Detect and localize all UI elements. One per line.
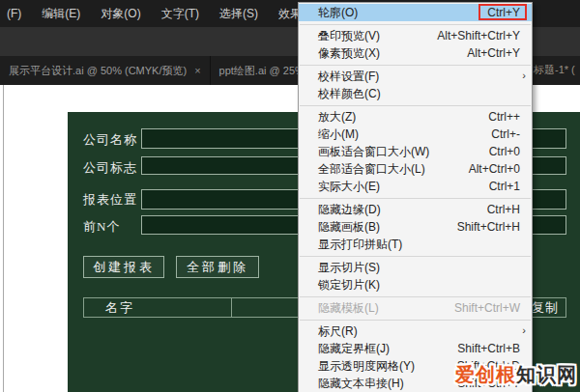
menu-item[interactable]: 隐藏模板(L)Shift+Ctrl+W bbox=[299, 299, 532, 317]
menu-item-shortcut: Ctrl++ bbox=[488, 110, 520, 124]
menu-item-shortcut: Alt+Ctrl+0 bbox=[469, 162, 520, 176]
menu-item-label: 标尺(R) bbox=[318, 323, 358, 340]
menu-item[interactable]: 隐藏边缘(D)Ctrl+H bbox=[299, 201, 532, 218]
field-label: 公司名称 bbox=[83, 131, 137, 149]
menu-item[interactable]: 全部适合窗口大小(L)Alt+Ctrl+0 bbox=[299, 160, 532, 178]
menu-item-label: 显示透明度网格(Y) bbox=[318, 358, 415, 375]
table-col-name: 名字 bbox=[105, 298, 134, 317]
table-column-divider bbox=[231, 298, 232, 317]
document-tab[interactable]: 展示平台设计.ai @ 50% (CMYK/预览)× bbox=[0, 56, 211, 85]
untitled-tab-fragment[interactable]: 标题-1* ( bbox=[534, 63, 575, 77]
canvas-edge-line bbox=[3, 85, 4, 392]
menu-item-shortcut: Ctrl+1 bbox=[489, 180, 520, 193]
menu-item-label: 叠印预览(V) bbox=[318, 28, 380, 44]
menu-item-label: 隐藏画板(B) bbox=[318, 219, 380, 236]
menu-item[interactable]: 放大(Z)Ctrl++ bbox=[299, 108, 532, 126]
watermark: 爱创根知识网 bbox=[455, 362, 577, 388]
menubar-item[interactable]: 选择(S) bbox=[216, 2, 262, 26]
menu-item-label: 放大(Z) bbox=[318, 109, 356, 126]
menu-item-label: 缩小(M) bbox=[318, 126, 359, 143]
menu-item-label: 锁定切片(K) bbox=[318, 277, 380, 294]
menu-item-shortcut: Alt+Ctrl+Y bbox=[467, 46, 520, 60]
menubar-item[interactable]: 对象(O) bbox=[97, 2, 144, 26]
view-menu-dropdown: 轮廓(O)Ctrl+Y叠印预览(V)Alt+Shift+Ctrl+Y像素预览(X… bbox=[298, 2, 533, 392]
menu-item-label: 隐藏边缘(D) bbox=[318, 202, 381, 218]
menu-item[interactable]: 隐藏画板(B)Shift+Ctrl+H bbox=[299, 218, 532, 236]
menu-item-label: 校样设置(F) bbox=[318, 69, 379, 85]
menu-separator bbox=[300, 65, 531, 66]
menu-separator bbox=[300, 296, 531, 297]
menu-item[interactable]: 画板适合窗口大小(W)Ctrl+0 bbox=[299, 143, 532, 160]
field-label: 公司标志 bbox=[83, 159, 137, 177]
red-annotation-box bbox=[478, 4, 527, 20]
table-col-copy[interactable]: 复制 bbox=[532, 298, 559, 317]
menu-item-shortcut: Ctrl+H bbox=[487, 203, 520, 216]
menu-separator bbox=[300, 256, 531, 257]
menu-item[interactable]: 缩小(M)Ctrl+- bbox=[299, 126, 532, 143]
menubar-item[interactable]: (F) bbox=[3, 3, 25, 24]
menu-item-shortcut: Ctrl+0 bbox=[489, 145, 520, 158]
menu-item-label: 隐藏模板(L) bbox=[318, 300, 379, 317]
menu-item[interactable]: 隐藏定界框(J)Shift+Ctrl+B bbox=[299, 340, 532, 357]
menu-item-label: 隐藏定界框(J) bbox=[318, 341, 390, 357]
menu-item[interactable]: 校样颜色(C) bbox=[299, 85, 532, 102]
menu-item-label: 画板适合窗口大小(W) bbox=[318, 144, 429, 160]
menu-separator bbox=[300, 24, 531, 25]
menu-item[interactable]: 显示打印拼贴(T) bbox=[299, 236, 532, 253]
menu-separator bbox=[300, 320, 531, 321]
menubar-item[interactable]: 文字(T) bbox=[158, 2, 203, 26]
menu-item[interactable]: 实际大小(E)Ctrl+1 bbox=[299, 178, 532, 195]
menu-item[interactable]: 锁定切片(K) bbox=[299, 276, 532, 294]
tab-label: 展示平台设计.ai @ 50% (CMYK/预览) bbox=[9, 64, 187, 78]
menu-item-label: 校样颜色(C) bbox=[318, 86, 381, 102]
menu-item-label: 显示切片(S) bbox=[318, 260, 380, 276]
delete-all-button[interactable]: 全部删除 bbox=[176, 256, 259, 278]
tab-close-icon[interactable]: × bbox=[194, 65, 200, 76]
submenu-arrow-icon: › bbox=[522, 324, 526, 336]
menu-item-label: 像素预览(X) bbox=[318, 45, 380, 62]
menu-item-shortcut: Ctrl+- bbox=[491, 127, 520, 141]
menu-item-label: 实际大小(E) bbox=[318, 179, 380, 195]
menu-item[interactable]: 校样设置(F)› bbox=[299, 68, 532, 85]
field-label: 前N个 bbox=[83, 218, 120, 236]
menu-separator bbox=[300, 198, 531, 199]
menu-item-label: 轮廓(O) bbox=[318, 5, 358, 21]
menu-item-shortcut: Shift+Ctrl+W bbox=[454, 301, 520, 315]
menubar-item[interactable]: 编辑(E) bbox=[38, 2, 84, 26]
watermark-text-dark: 知识网 bbox=[516, 364, 577, 385]
menu-item[interactable]: 像素预览(X)Alt+Ctrl+Y bbox=[299, 44, 532, 62]
menu-item-shortcut: Alt+Shift+Ctrl+Y bbox=[437, 29, 520, 42]
field-label: 报表位置 bbox=[83, 191, 137, 209]
menu-separator bbox=[300, 105, 531, 106]
menu-item[interactable]: 标尺(R)› bbox=[299, 322, 532, 340]
menu-item-label: 全部适合窗口大小(L) bbox=[318, 161, 425, 178]
menu-item[interactable]: 显示切片(S) bbox=[299, 259, 532, 276]
app-window: (F)编辑(E)对象(O)文字(T)选择(S)效果(C)视图(V) ▾ ▾ 描边… bbox=[0, 0, 580, 392]
menu-item-label: 显示打印拼贴(T) bbox=[318, 237, 402, 253]
submenu-arrow-icon: › bbox=[522, 70, 526, 81]
menu-item[interactable]: 叠印预览(V)Alt+Shift+Ctrl+Y bbox=[299, 27, 532, 44]
menu-item-shortcut: Shift+Ctrl+H bbox=[457, 220, 520, 234]
menu-item-shortcut: Shift+Ctrl+B bbox=[457, 342, 520, 355]
menu-item-label: 隐藏文本串接(H) bbox=[318, 376, 404, 392]
watermark-text-orange: 爱创根 bbox=[455, 364, 516, 385]
create-report-button[interactable]: 创建报表 bbox=[83, 256, 164, 278]
